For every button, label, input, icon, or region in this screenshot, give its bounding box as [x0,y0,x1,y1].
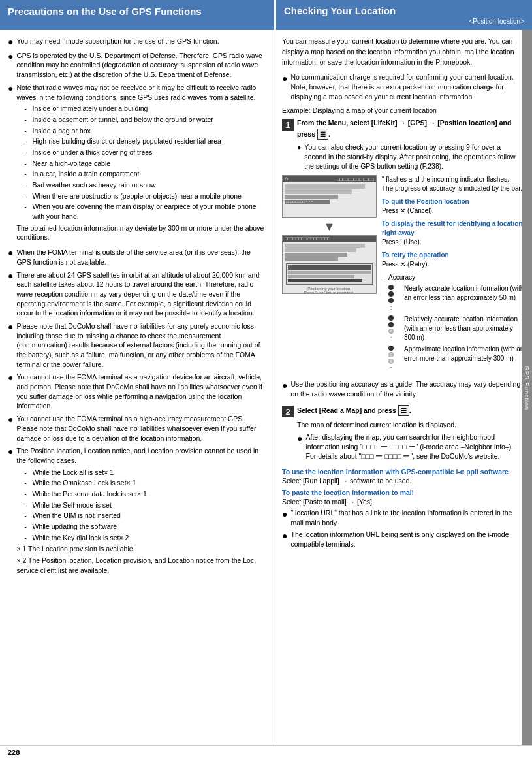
blue-section-2-label: To paste the location information to mai… [282,489,524,496]
step-1-text: From the Menu, select [LifeKit] → [GPS] … [297,118,524,140]
list-item: ● You cannot use the FOMA terminal as a … [8,372,266,411]
screen-header: ⊙ □□□□□□□□□ □□□□ [283,176,376,182]
sub-list-item: While the Personal data lock is set× 1 [24,489,266,499]
key-icon: ☰ [398,405,409,416]
identify-text: Press i (Use). [382,238,524,247]
side-notes: " flashes and the incoming indicator fla… [382,175,524,376]
bullet-icon: ● [282,380,287,393]
right-header: Checking Your Location <Position locatio… [274,0,532,30]
sub-list-item: Inside or under a thick covering of tree… [24,148,266,157]
list-item: ● You may need i-mode subscription for t… [8,37,266,48]
quit-note: To quit the Position location Press ✕ (C… [382,197,524,216]
left-header: Precautions on the Use of GPS Functions [0,0,274,30]
list-item: ● When the FOMA terminal is outside of t… [8,248,266,266]
identify-label: To display the result for identifying a … [382,219,524,238]
list-item: ● " location URL" that has a link to the… [282,508,524,527]
blue-section-1-text: Select [Run i appli] → software to be us… [282,477,524,485]
list-item: ● Use the positioning accuracy as a guid… [282,380,524,398]
step-1-header: 1 From the Menu, select [LifeKit] → [GPS… [282,118,524,140]
note-text: The obtained location information may de… [16,223,266,242]
example-label: Example: Displaying a map of your curren… [282,106,524,114]
item-text: Use the positioning accuracy as a guide.… [290,380,524,398]
sub-list-item: When the UIM is not inserted [24,511,266,521]
dot [388,359,394,364]
flash-note: " flashes and the incoming indicator fla… [382,175,524,193]
retry-key: ✕ [400,261,405,268]
key-9: 9 [466,143,470,151]
bullet-icon: ● [297,432,302,445]
list-item: ● The Position location, Location notice… [8,446,266,577]
bullet-icon: ● [8,372,13,383]
item-text: The Position location, Location notice, … [16,447,258,464]
left-column: ● You may need i-mode subscription for t… [0,30,274,745]
screen-title-bottom: □□□□□□□□ □□□□□□□□ [285,236,330,241]
list-item: ● The location information URL being sen… [282,530,524,549]
header-row: Precautions on the Use of GPS Functions … [0,0,532,30]
bullet-icon: ● [8,414,13,425]
phone-image-container: ⊙ □□□□□□□□□ □□□□ □□□□□□□□ * * * [282,175,524,376]
list-item: ● Note that radio waves may not be recei… [8,83,266,244]
item-text: You cannot use the FOMA terminal as a na… [16,372,266,411]
blue-section-2-bullets: ● " location URL" that has a link to the… [282,508,524,549]
phone-screen-top: ⊙ □□□□□□□□□ □□□□ □□□□□□□□ * * * [282,175,377,218]
colon: : [390,304,392,312]
item-text: Note that radio waves may not be receive… [16,84,256,101]
right-bullets: ● No communication charge is required fo… [282,73,524,101]
item-text: " location URL" that has a link to the l… [290,508,524,527]
sub-list: While the Lock all is set× 1 While the O… [16,468,266,543]
right-header-title: Checking Your Location [284,5,396,16]
item-text: There are about 24 GPS satellites in orb… [16,270,266,318]
side-tab-label: GPS Function [524,365,530,410]
bullet-icon: ● [8,248,13,259]
step-2-bullets: ● After displaying the map, you can sear… [297,432,524,461]
step-1-number: 1 [282,119,294,131]
colon: : [390,334,392,343]
dot [388,291,394,297]
dot [388,329,394,334]
sub-bullet-text: You can also check your current location… [304,142,524,171]
step-2-note: The map of determined current location i… [297,420,524,430]
phone-screens: ⊙ □□□□□□□□□ □□□□ □□□□□□□□ * * * [282,175,377,376]
right-column: You can measure your current location to… [274,30,532,745]
retry-text: Press ✕ (Retry). [382,260,524,269]
step-2-text: Select [Read a Map] and press ☰. [297,405,411,416]
content-row: ● You may need i-mode subscription for t… [0,30,532,745]
bullet-icon: ● [282,530,287,543]
bullet-icon: ● [8,37,13,48]
sub-list-item: While the Self mode is set [24,500,266,510]
list-item: ● No communication charge is required fo… [282,73,524,101]
blue-section-2-text: Select [Paste to mail] → [Yes]. [282,498,524,506]
dot [388,298,394,303]
step-2-block: 2 Select [Read a Map] and press ☰. The m… [282,405,524,461]
accuracy-dots-1: : [382,284,400,312]
sub-list: Inside or immediately under a building I… [16,104,266,221]
list-item: ● Please note that DoCoMo shall have no … [8,321,266,369]
item-text: You cannot use the FOMA terminal as a hi… [16,414,266,443]
step-2-header: 2 Select [Read a Map] and press ☰. [282,405,524,417]
screen-header-bottom: □□□□□□□□ □□□□□□□□ [283,236,376,242]
sub-list-item: While updating the software [24,522,266,532]
cancel-key: ✕ [400,207,405,214]
accuracy-section: —Accuracy : Nearly accurate location inf… [382,273,524,373]
item-text: After displaying the map, you can search… [305,432,524,461]
bullet-icon: ● [8,270,13,282]
list-item: ● There are about 24 GPS satellites in o… [8,270,266,318]
list-item: ● GPS is operated by the U.S. Department… [8,51,266,80]
identify-note: To display the result for identifying a … [382,219,524,247]
dot [388,352,394,357]
phone-screen-bottom: □□□□□□□□ □□□□□□□□ [282,235,377,294]
accuracy-item-3: : Approximate location information (with… [382,345,524,373]
accuracy-desc-2: Relatively accurate location information… [404,315,524,343]
bullet-icon: ● [8,446,13,457]
bullet-icon: ● [282,73,287,86]
list-item: ● After displaying the map, you can sear… [297,432,524,461]
item-text: The location information URL being sent … [290,530,524,549]
dot [388,346,394,351]
sub-list-item: While the Lock all is set× 1 [24,468,266,477]
accuracy-dots-2: : [382,315,400,343]
bullet-icon: ● [8,51,13,62]
quit-label: To quit the Position location [382,197,524,206]
key-icon: ☰ [317,129,328,140]
sub-list-item: Inside a bag or box [24,126,266,136]
bullet-icon: ● [8,83,13,94]
